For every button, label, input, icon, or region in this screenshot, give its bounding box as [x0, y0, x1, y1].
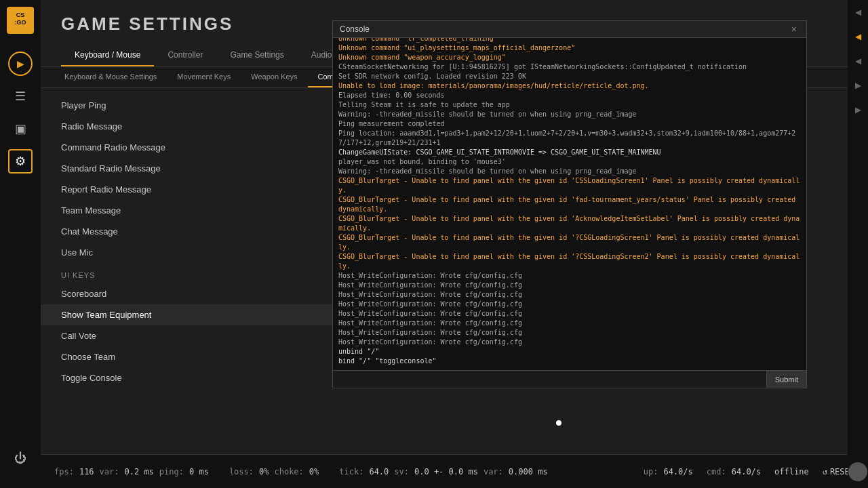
settings-label-radio-message: Radio Message [61, 121, 122, 131]
var2-label: var: [484, 467, 503, 476]
loss-label: loss: [229, 467, 254, 476]
reset-icon: ↺ [823, 467, 827, 476]
right-sidebar: ◀ ◀ ◀ ▶ ▶ [848, 0, 868, 488]
sub-tab-keyboard-mouse[interactable]: Keyboard & Mouse Settings [54, 67, 167, 87]
sidebar-item-settings[interactable]: ⚙ [8, 149, 33, 174]
ping-label: ping: [159, 467, 184, 476]
settings-label-team-message: Team Message [61, 205, 121, 216]
right-icon-1[interactable]: ◀ [848, 3, 867, 22]
tab-keyboard-mouse[interactable]: Keyboard / Mouse [61, 45, 154, 66]
fps-label: fps: [54, 467, 74, 476]
ping-value: 0 ms [189, 467, 209, 476]
svg-text:CS: CS [16, 12, 25, 18]
tick-value: 64.0 [369, 467, 389, 476]
console-title: Console [340, 24, 370, 34]
status-bar: fps: 116 var: 0.2 ms ping: 0 ms loss: 0%… [41, 454, 868, 488]
choke-value: 0% [309, 467, 319, 476]
var-label: var: [100, 467, 119, 476]
sub-tab-weapon[interactable]: Weapon Keys [241, 67, 307, 87]
console-submit-button[interactable]: Submit [766, 371, 806, 388]
settings-label-toggle-console: Toggle Console [61, 373, 122, 383]
sv-label: sv: [394, 467, 409, 476]
sidebar-item-browse[interactable]: ☰ [8, 84, 33, 108]
cmd-value: 64.0/s [732, 467, 761, 476]
tab-game-settings[interactable]: Game Settings [216, 45, 297, 66]
settings-label-choose-team: Choose Team [61, 352, 115, 362]
settings-label-scoreboard: Scoreboard [61, 289, 106, 299]
tab-controller[interactable]: Controller [154, 45, 216, 66]
choke-label: choke: [274, 467, 303, 476]
connection-status: offline [774, 467, 809, 476]
console-window: Console × Unknown command "joy_looksprin… [332, 20, 807, 388]
settings-label-report-radio: Report Radio Message [61, 184, 151, 195]
sv-value: 0.0 +- 0.0 ms [414, 467, 478, 476]
console-output[interactable]: Unknown command "joy_looksprin_default"U… [333, 38, 806, 370]
csgo-logo: CS :GO [7, 7, 34, 34]
console-input-row: Submit [333, 370, 806, 388]
right-icon-5[interactable]: ▶ [848, 100, 867, 119]
sub-tab-movement[interactable]: Movement Keys [167, 67, 241, 87]
right-icon-avatar[interactable] [848, 462, 867, 481]
loss-value: 0% [259, 467, 269, 476]
loss-group: loss: 0% choke: 0% [229, 467, 319, 476]
right-icon-3[interactable]: ◀ [848, 52, 867, 70]
fps-group: fps: 116 var: 0.2 ms ping: 0 ms [54, 467, 209, 476]
sidebar-item-power[interactable]: ⏻ [8, 446, 33, 470]
settings-label-call-vote: Call Vote [61, 331, 96, 341]
tick-label: tick: [339, 467, 363, 476]
sidebar-item-play[interactable]: ▶ [8, 52, 33, 76]
up-label: up: [644, 467, 658, 476]
var2-value: 0.000 ms [509, 467, 548, 476]
console-titlebar: Console × [333, 21, 806, 38]
right-icon-4[interactable]: ▶ [848, 76, 867, 95]
cmd-group: cmd: 64.0/s [707, 467, 761, 476]
settings-label-standard-radio: Standard Radio Message [61, 163, 161, 174]
right-icon-2[interactable]: ◀ [848, 27, 867, 46]
settings-label-chat-message: Chat Message [61, 226, 118, 237]
svg-text::GO: :GO [15, 19, 26, 26]
var-value: 0.2 ms [125, 467, 154, 476]
settings-label-player-ping: Player Ping [61, 100, 106, 110]
tick-group: tick: 64.0 sv: 0.0 +- 0.0 ms var: 0.000 … [339, 467, 547, 476]
settings-label-use-mic: Use Mic [61, 247, 93, 258]
status-right: up: 64.0/s cmd: 64.0/s offline ↺ RESET [644, 467, 854, 476]
settings-label-command-radio: Command Radio Message [61, 142, 165, 152]
sidebar-item-monitor[interactable]: ▣ [8, 117, 33, 141]
sidebar: CS :GO ▶ ☰ ▣ ⚙ ⏻ [0, 0, 41, 488]
console-close-button[interactable]: × [789, 24, 800, 35]
fps-value: 116 [79, 467, 94, 476]
cmd-label: cmd: [707, 467, 726, 476]
console-input[interactable] [333, 371, 766, 388]
settings-label-show-team-equipment: Show Team Equipment [61, 310, 151, 320]
up-value: 64.0/s [663, 467, 692, 476]
up-group: up: 64.0/s [644, 467, 693, 476]
